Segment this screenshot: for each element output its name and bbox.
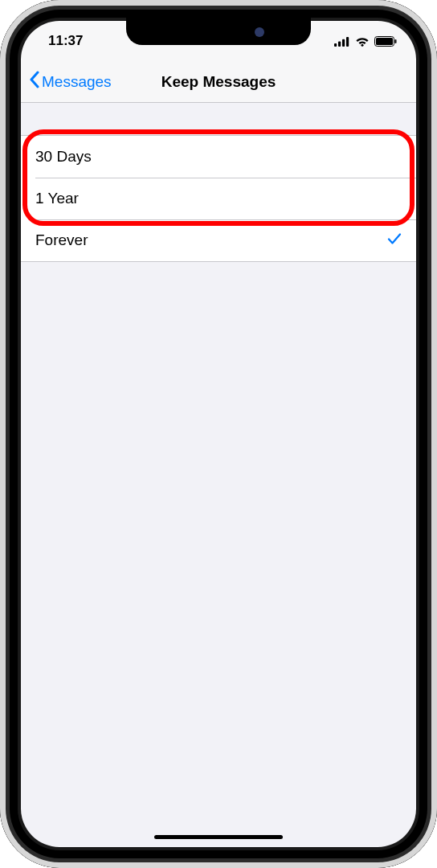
notch — [126, 18, 311, 45]
option-label: Forever — [35, 231, 88, 249]
chevron-left-icon — [29, 71, 39, 92]
checkmark-icon — [387, 231, 402, 249]
option-30-days[interactable]: 30 Days — [21, 136, 416, 178]
option-label: 30 Days — [35, 148, 92, 166]
cellular-icon — [334, 36, 350, 47]
svg-rect-6 — [376, 38, 393, 45]
battery-icon — [374, 36, 397, 47]
mute-switch — [0, 125, 3, 158]
wifi-icon — [355, 36, 370, 47]
svg-rect-0 — [334, 43, 337, 47]
option-forever[interactable]: Forever — [21, 219, 416, 261]
side-button — [434, 197, 437, 285]
volume-down-button — [0, 257, 3, 313]
option-label: 1 Year — [35, 190, 79, 207]
nav-bar: Messages Keep Messages — [21, 61, 416, 103]
status-icons — [334, 36, 397, 47]
home-indicator[interactable] — [154, 835, 283, 839]
back-button[interactable]: Messages — [29, 71, 112, 92]
status-time: 11:37 — [48, 33, 83, 49]
volume-up-button — [0, 185, 3, 241]
options-list: 30 Days 1 Year Forever — [21, 135, 416, 262]
svg-rect-3 — [346, 37, 349, 47]
svg-rect-1 — [338, 41, 341, 47]
option-1-year[interactable]: 1 Year — [21, 178, 416, 219]
svg-point-4 — [361, 43, 364, 46]
svg-rect-2 — [342, 39, 345, 46]
page-title: Keep Messages — [161, 73, 276, 91]
svg-rect-7 — [395, 39, 397, 43]
screen: 11:37 — [21, 21, 416, 847]
back-label: Messages — [42, 73, 112, 91]
